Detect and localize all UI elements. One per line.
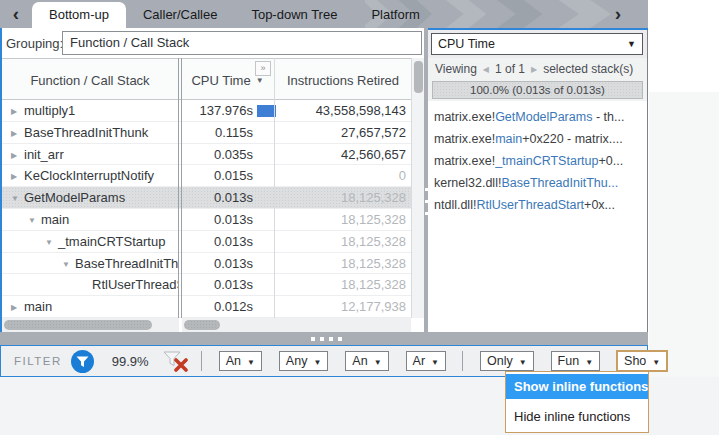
table-row[interactable]: ▼main 0.013s 18,125,328 (2, 209, 411, 231)
menu-item[interactable]: Hide inline functions (506, 404, 648, 429)
stack-function-link[interactable]: GetModelParams (495, 110, 592, 124)
sort-descending-icon: ▼ (256, 76, 264, 85)
grouping-combobox[interactable]: Function / Call Stack (62, 31, 422, 55)
horizontal-scrollbar-right[interactable] (182, 318, 411, 332)
cpu-time-cell: 137.976s (181, 100, 253, 122)
vertical-scrollbar-thumb[interactable] (414, 61, 423, 93)
tab-scroll-left-button[interactable]: ‹ (6, 1, 26, 27)
module-name: matrix.exe! (434, 132, 495, 146)
chevron-down-icon (247, 354, 255, 368)
filter-dropdown[interactable]: Ar (406, 351, 446, 371)
next-stack-button[interactable]: ▶ (531, 65, 537, 74)
column-header-function[interactable]: Function / Call Stack (2, 59, 178, 101)
stack-contribution-row: 100.0% (0.013s of 0.013s) (428, 80, 647, 101)
function-name: BaseThreadInitThunk (24, 125, 148, 140)
pane-divider-line (178, 58, 179, 318)
filter-dropdown[interactable]: Only (480, 351, 534, 371)
viewing-suffix: selected stack(s) (543, 62, 633, 76)
stack-frame: matrix.exe!main+0x220 - matrix.... (428, 128, 647, 150)
module-name: matrix.exe! (434, 154, 495, 168)
stack-metric-row: CPU Time ▼ (428, 30, 647, 58)
expand-arrow-icon[interactable]: ▼ (11, 188, 24, 209)
chevron-down-icon (374, 354, 382, 368)
expand-columns-button[interactable]: » (255, 61, 271, 76)
cpu-time-cell: 0.013s (181, 253, 253, 275)
expand-arrow-icon[interactable]: ▼ (45, 232, 58, 253)
stack-frame: ntdll.dll!RtlUserThreadStart+0x... (428, 194, 647, 216)
column-header-row: Function / Call Stack CPU Time ▼ » Instr… (2, 58, 411, 100)
stack-function-link[interactable]: BaseThreadInitThu... (501, 176, 618, 190)
table-row[interactable]: ▼GetModelParams 0.013s 18,125,328 (2, 187, 411, 209)
results-tab[interactable]: Bottom-up (32, 2, 126, 28)
filter-label: FILTER (14, 355, 62, 367)
tab-strip: Bottom-up Caller/Callee Top-down Tree Pl… (32, 0, 437, 28)
tab-scroll-right-button[interactable]: › (608, 1, 628, 27)
cpu-time-cell: 0.115s (181, 122, 253, 144)
cpu-time-cell: 0.013s (181, 231, 253, 253)
stack-function-link[interactable]: RtlUserThreadStart (476, 198, 584, 212)
results-tab[interactable]: Caller/Callee (126, 0, 234, 28)
chevron-down-icon (519, 354, 527, 368)
horizontal-scrollbar-thumb[interactable] (184, 320, 220, 330)
frame-offset: - th... (592, 110, 624, 124)
module-name: ntdll.dll! (434, 198, 476, 212)
cpu-time-cell: 0.013s (181, 187, 253, 209)
instructions-cell: 12,177,938 (277, 296, 406, 318)
filter-dropdown[interactable]: An (219, 351, 262, 371)
stack-viewing-row: Viewing ◀ 1 of 1 ▶ selected stack(s) (428, 58, 647, 80)
table-row[interactable]: ▶KeClockInterruptNotify 0.015s 0 (2, 165, 411, 187)
filter-dropdown[interactable]: Fun (551, 351, 600, 371)
instructions-cell: 0 (277, 165, 406, 187)
clear-filter-icon[interactable] (163, 351, 189, 372)
filter-dropdown[interactable]: An (345, 351, 388, 371)
stack-function-link[interactable]: _tmainCRTStartup (495, 154, 598, 168)
stack-frame-list: matrix.exe!GetModelParams - th... matrix… (428, 101, 647, 332)
filter-dropdown[interactable]: Any (279, 351, 328, 371)
horizontal-scrollbar-thumb[interactable] (4, 320, 152, 330)
table-row[interactable]: ▶BaseThreadInitThunk 0.115s 27,657,572 (2, 122, 411, 144)
table-row[interactable]: ▶init_arr 0.035s 42,560,657 (2, 144, 411, 166)
grouping-bar: Grouping: Function / Call Stack (2, 28, 428, 58)
expand-arrow-icon[interactable]: ▼ (28, 210, 41, 231)
expand-arrow-icon[interactable]: ▶ (11, 145, 24, 166)
vtune-results-panel: ‹ Bottom-up Caller/Callee Top-down Tree … (0, 0, 648, 377)
table-row[interactable]: RtlUserThreadS 0.013s 18,125,328 (2, 274, 411, 296)
instructions-cell: 18,125,328 (277, 209, 406, 231)
bottom-splitter[interactable] (0, 332, 648, 345)
instructions-cell: 27,657,572 (277, 122, 406, 144)
expand-arrow-icon[interactable]: ▶ (11, 166, 24, 187)
prev-stack-button[interactable]: ◀ (483, 65, 489, 74)
filter-funnel-icon[interactable] (71, 350, 94, 373)
stack-function-link[interactable]: main (495, 132, 522, 146)
column-header-instructions[interactable]: Instructions Retired (275, 59, 411, 101)
horizontal-scrollbar-left[interactable] (2, 318, 179, 332)
results-tab[interactable]: Platform (354, 0, 436, 28)
instructions-cell: 18,125,328 (277, 274, 406, 296)
function-table-body: ▶multiply1 137.976s 43,558,598,143 ▶Base… (2, 100, 411, 318)
function-name: KeClockInterruptNotify (24, 168, 154, 183)
inline-functions-menu: Show inline functions Hide inline functi… (505, 371, 649, 433)
expand-arrow-icon[interactable]: ▶ (11, 101, 24, 122)
cpu-time-cell: 0.035s (181, 144, 253, 166)
table-row[interactable]: ▼_tmainCRTStartup 0.013s 18,125,328 (2, 231, 411, 253)
module-name: kernel32.dll! (434, 176, 501, 190)
function-name: BaseThreadInitThu (75, 256, 178, 271)
table-row[interactable]: ▶multiply1 137.976s 43,558,598,143 (2, 100, 411, 122)
menu-item[interactable]: Show inline functions (506, 374, 648, 399)
table-row[interactable]: ▶main 0.012s 12,177,938 (2, 296, 411, 318)
instructions-cell: 18,125,328 (277, 187, 406, 209)
expand-arrow-icon[interactable]: ▼ (62, 254, 75, 275)
filter-dropdowns-left: An Any An Ar (202, 351, 446, 371)
stack-contribution-bar: 100.0% (0.013s of 0.013s) (432, 81, 643, 99)
expand-arrow-icon[interactable]: ▶ (11, 123, 24, 144)
filter-dropdowns-right: Only Fun Sho (463, 351, 667, 371)
filter-dropdown[interactable]: Sho (617, 351, 667, 371)
function-name: main (24, 299, 52, 314)
vtune-page: ‹ Bottom-up Caller/Callee Top-down Tree … (0, 0, 719, 435)
function-name: GetModelParams (24, 190, 125, 205)
stack-metric-select[interactable]: CPU Time ▼ (431, 33, 643, 55)
frame-offset: +0x220 - matrix.... (522, 132, 622, 146)
table-row[interactable]: ▼BaseThreadInitThu 0.013s 18,125,328 (2, 253, 411, 275)
results-tab[interactable]: Top-down Tree (234, 0, 354, 28)
expand-arrow-icon[interactable]: ▶ (11, 297, 24, 318)
